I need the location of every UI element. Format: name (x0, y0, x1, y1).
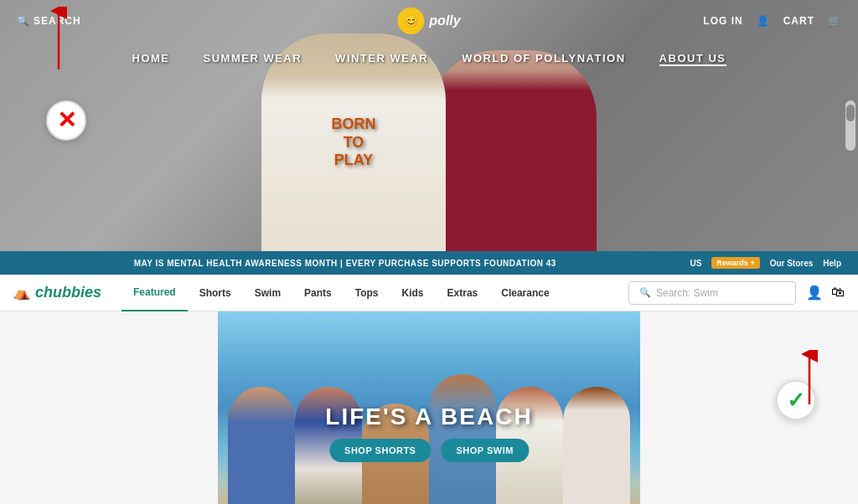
chubbies-hero: 🌴 LIFE'S A BEACH SHOP SHORTS SHO (218, 311, 640, 504)
shop-shorts-button[interactable]: SHOP SHORTS (329, 439, 431, 462)
polly-hero-bg: 🔍 SEARCH 😊 polly LOG IN 👤 CART 🛒 HOME SU… (0, 0, 858, 251)
polly-nav-summer-wear[interactable]: SUMMER WEAR (204, 52, 302, 66)
chubbies-our-stores-link[interactable]: Our Stores (770, 259, 814, 268)
scroll-indicator[interactable] (845, 100, 855, 151)
search-icon-small: 🔍 (639, 287, 651, 298)
chubbies-hero-bg: 🌴 LIFE'S A BEACH SHOP SHORTS SHO (218, 311, 640, 504)
chubbies-nav-tops[interactable]: Tops (344, 275, 390, 311)
polly-search-button[interactable]: 🔍 SEARCH (17, 15, 81, 27)
polly-store-section: 🔍 SEARCH 😊 polly LOG IN 👤 CART 🛒 HOME SU… (0, 0, 858, 251)
chubbies-logo-icon: ⛺ (13, 285, 30, 301)
beach-person-1 (228, 387, 295, 504)
polly-logo-text: polly (429, 13, 460, 28)
polly-logo[interactable]: 😊 polly (397, 8, 460, 34)
beach-person-6 (563, 387, 630, 504)
polly-logo-emoji: 😊 (404, 14, 418, 28)
chubbies-banner-right: US Rewards + Our Stores Help (690, 257, 841, 269)
chubbies-rewards-badge[interactable]: Rewards + (711, 257, 759, 269)
chubbies-nav-featured[interactable]: Featured (121, 275, 188, 311)
polly-header: 🔍 SEARCH 😊 polly LOG IN 👤 CART 🛒 (0, 0, 858, 42)
chubbies-store-section: MAY IS MENTAL HEALTH AWARENESS MONTH | E… (0, 251, 858, 504)
chubbies-search-area: 🔍 Search: Swim 👤 🛍 (628, 281, 845, 305)
chubbies-hero-wrapper: 🌴 LIFE'S A BEACH SHOP SHORTS SHO (0, 311, 858, 504)
polly-shirt-text: BORNTOPLAY (332, 116, 376, 170)
scroll-thumb (846, 105, 855, 121)
polly-hero-figure-right (429, 50, 597, 251)
chubbies-hero-text: LIFE'S A BEACH SHOP SHORTS SHOP SWIM (325, 404, 532, 462)
search-placeholder-text: Search: Swim (656, 287, 718, 299)
polly-login-link[interactable]: LOG IN (703, 15, 742, 27)
annotation-x-circle: ✕ (46, 100, 86, 141)
chubbies-bag-icon[interactable]: 🛍 (831, 285, 845, 301)
chubbies-nav-items: Featured Shorts Swim Pants Tops Kids Ext… (121, 275, 628, 311)
polly-nav-winter-wear[interactable]: WINTER WEAR (335, 52, 428, 66)
chubbies-nav-clearance[interactable]: Clearance (489, 275, 561, 311)
chubbies-promo-banner: MAY IS MENTAL HEALTH AWARENESS MONTH | E… (0, 251, 858, 275)
polly-nav: HOME SUMMER WEAR WINTER WEAR WORLD OF PO… (0, 42, 858, 76)
polly-nav-about-us[interactable]: ABOUT US (659, 52, 726, 66)
chubbies-search-input[interactable]: 🔍 Search: Swim (628, 281, 796, 305)
polly-nav-world-of-pollynation[interactable]: WORLD OF POLLYNATION (462, 52, 625, 66)
chubbies-nav-swim[interactable]: Swim (243, 275, 292, 311)
chubbies-nav-shorts[interactable]: Shorts (188, 275, 243, 311)
polly-nav-home[interactable]: HOME (132, 52, 170, 66)
chubbies-help-link[interactable]: Help (823, 259, 841, 268)
shop-swim-button[interactable]: SHOP SWIM (441, 439, 528, 462)
annotation-arrow-up-chubbies (801, 350, 818, 412)
chubbies-nav-extras[interactable]: Extras (436, 275, 490, 311)
chubbies-logo[interactable]: ⛺ chubbies (13, 284, 101, 301)
chubbies-logo-text: chubbies (35, 284, 101, 301)
polly-header-right: LOG IN 👤 CART 🛒 (703, 15, 841, 27)
chubbies-hero-title: LIFE'S A BEACH (325, 404, 532, 430)
chubbies-nav-kids[interactable]: Kids (390, 275, 436, 311)
person-icon: 👤 (757, 15, 770, 27)
cart-icon: 🛒 (828, 15, 841, 27)
chubbies-header-icons: 👤 🛍 (806, 285, 845, 301)
chubbies-account-icon[interactable]: 👤 (806, 285, 823, 301)
chubbies-hero-buttons: SHOP SHORTS SHOP SWIM (325, 439, 532, 462)
polly-logo-icon: 😊 (397, 8, 424, 34)
polly-cart-link[interactable]: CART (783, 15, 814, 27)
chubbies-banner-us: US (690, 259, 701, 268)
annotation-arrow-up (50, 7, 67, 77)
search-icon: 🔍 (17, 15, 30, 27)
chubbies-banner-text: MAY IS MENTAL HEALTH AWARENESS MONTH | E… (17, 259, 673, 268)
x-mark-icon: ✕ (57, 109, 76, 132)
chubbies-nav-pants[interactable]: Pants (292, 275, 344, 311)
chubbies-nav: ⛺ chubbies Featured Shorts Swim Pants To… (0, 275, 858, 311)
